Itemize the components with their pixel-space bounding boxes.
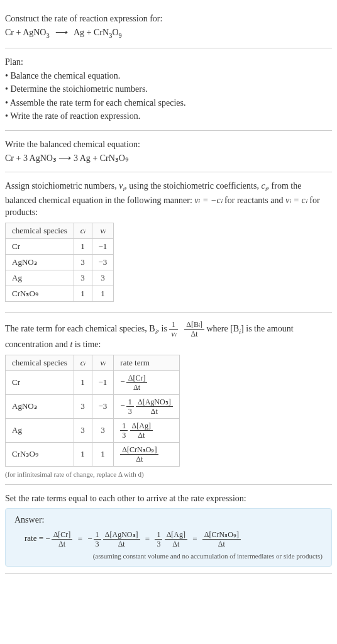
rateterm-text: The rate term for each chemical species,… <box>5 320 332 351</box>
answer-box: Answer: rate = −Δ[Cr]Δt = −13 Δ[AgNO₃]Δt… <box>5 508 332 567</box>
table-row: Ag 3 3 13 Δ[Ag]Δt <box>6 418 180 442</box>
table-row: Cr 1 −1 −Δ[Cr]Δt <box>6 370 180 394</box>
rate-cell: Δ[CrN₃O₉]Δt <box>114 442 179 466</box>
table-row: AgNO₃ 3 −3 −13 Δ[AgNO₃]Δt <box>6 394 180 418</box>
infinitesimal-note: (for infinitesimal rate of change, repla… <box>5 470 332 478</box>
rateterm-section: The rate term for each chemical species,… <box>5 313 332 485</box>
unbalanced-equation: Cr + AgNO3 ⟶ Ag + CrN3O9 <box>5 26 332 40</box>
answer-label: Answer: <box>14 515 323 525</box>
table-header-row: chemical species cᵢ νᵢ rate term <box>6 355 180 370</box>
balanced-heading: Write the balanced chemical equation: <box>5 138 332 151</box>
arrow-icon: ⟶ <box>52 28 72 37</box>
table-header-row: chemical species cᵢ νᵢ <box>6 223 114 238</box>
assumption-note: (assuming constant volume and no accumul… <box>14 552 323 560</box>
plan-heading: Plan: <box>5 56 332 69</box>
frac-dbi-dt: Δ[Bᵢ]Δt <box>184 320 204 338</box>
assign-text: Assign stoichiometric numbers, νi, using… <box>5 180 332 219</box>
rate-expression: rate = −Δ[Cr]Δt = −13 Δ[AgNO₃]Δt = 13 Δ[… <box>14 530 323 548</box>
product-crn3o9: CrN3O9 <box>94 28 122 37</box>
reactant-agno3: AgNO3 <box>23 28 50 37</box>
plan-section: Plan: • Balance the chemical equation. •… <box>5 48 332 131</box>
stoich-table: chemical species cᵢ νᵢ Cr1−1 AgNO₃3−3 Ag… <box>5 223 114 302</box>
table-row: Cr1−1 <box>6 238 114 254</box>
col-species: chemical species <box>6 355 74 370</box>
table-row: Ag33 <box>6 270 114 286</box>
reactant-cr: Cr <box>5 28 14 37</box>
balanced-section: Write the balanced chemical equation: Cr… <box>5 131 332 172</box>
table-row: CrN₃O₉ 1 1 Δ[CrN₃O₉]Δt <box>6 442 180 466</box>
final-section: Set the rate terms equal to each other t… <box>5 485 332 574</box>
rate-cell: −Δ[Cr]Δt <box>114 370 179 394</box>
plan-item: • Determine the stoichiometric numbers. <box>5 83 332 96</box>
col-nui: νᵢ <box>92 355 114 370</box>
table-row: CrN₃O₉11 <box>6 286 114 301</box>
col-species: chemical species <box>6 223 74 238</box>
plus: + <box>16 28 21 37</box>
col-ci: cᵢ <box>74 355 92 370</box>
col-nui: νᵢ <box>92 223 114 238</box>
frac-1-nui: 1νᵢ <box>169 320 177 338</box>
rate-cell: −13 Δ[AgNO₃]Δt <box>114 394 179 418</box>
plan-item: • Balance the chemical equation. <box>5 70 332 82</box>
plan-item: • Write the rate of reaction expression. <box>5 110 332 123</box>
assign-section: Assign stoichiometric numbers, νi, using… <box>5 172 332 313</box>
final-heading: Set the rate terms equal to each other t… <box>5 492 332 505</box>
product-ag: Ag <box>74 28 84 37</box>
plus: + <box>87 28 92 37</box>
rate-cell: 13 Δ[Ag]Δt <box>114 418 179 442</box>
balanced-equation: Cr + 3 AgNO₃ ⟶ 3 Ag + CrN₃O₉ <box>5 152 332 165</box>
table-row: AgNO₃3−3 <box>6 254 114 270</box>
rateterm-table: chemical species cᵢ νᵢ rate term Cr 1 −1… <box>5 355 180 467</box>
plan-item: • Assemble the rate term for each chemic… <box>5 97 332 109</box>
col-ci: cᵢ <box>74 223 92 238</box>
col-rate: rate term <box>114 355 179 370</box>
problem-title: Construct the rate of reaction expressio… <box>5 13 332 25</box>
problem-section: Construct the rate of reaction expressio… <box>5 5 332 48</box>
